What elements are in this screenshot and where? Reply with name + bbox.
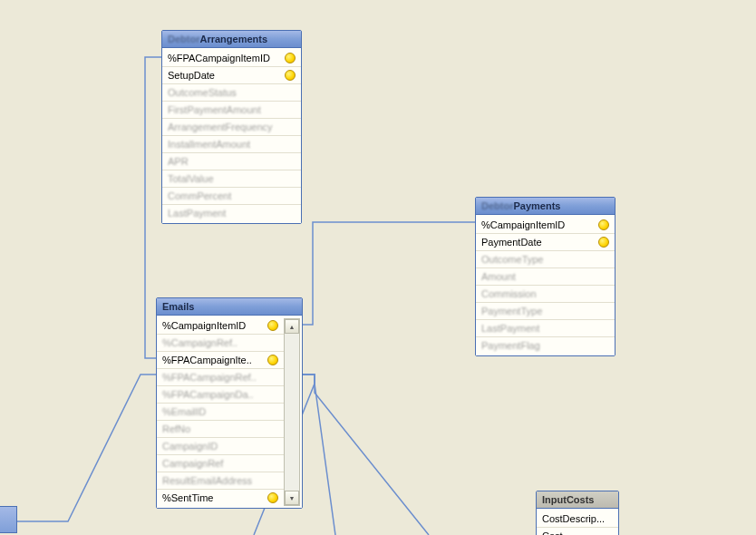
- key-indicator-icon: [267, 320, 278, 331]
- table-arrangements[interactable]: DebtorArrangements %FPACampaignItemIDSet…: [161, 30, 302, 224]
- field-label: APR: [168, 156, 296, 167]
- title-text: InputCosts: [542, 494, 594, 505]
- field-row[interactable]: Commission: [476, 286, 615, 303]
- field-label: RefNo: [162, 423, 278, 434]
- field-row[interactable]: %FPACampaignDa..: [157, 386, 284, 404]
- field-label: ArrangementFrequency: [168, 122, 296, 132]
- connector: [302, 374, 335, 535]
- key-indicator-icon: [285, 70, 296, 81]
- field-label: PaymentType: [481, 306, 609, 316]
- field-label: %FPACampaignRef..: [162, 372, 278, 383]
- field-row[interactable]: ArrangementFrequency: [162, 119, 301, 136]
- field-row[interactable]: %SentTime: [157, 490, 284, 506]
- connector: [302, 374, 429, 535]
- field-row[interactable]: CampaignRef: [157, 455, 284, 472]
- field-row[interactable]: CommPercent: [162, 188, 301, 205]
- field-label: %FPACampaignItemID: [168, 53, 281, 63]
- field-row[interactable]: TotalValue: [162, 170, 301, 188]
- table-emails[interactable]: Emails %CampaignItemID%CampaignRef..%FPA…: [156, 297, 303, 509]
- field-row[interactable]: %CampaignItemID: [157, 317, 284, 335]
- key-indicator-icon: [267, 355, 278, 365]
- field-list: CostDescrip...Cost: [537, 509, 618, 535]
- field-label: CampaignRef: [162, 458, 278, 469]
- field-row[interactable]: Cost: [537, 528, 618, 535]
- field-row[interactable]: %EmailID: [157, 404, 284, 421]
- connector: [16, 374, 156, 521]
- table-title[interactable]: Emails: [157, 298, 302, 316]
- field-row[interactable]: %FPACampaignIte..: [157, 352, 284, 369]
- key-indicator-icon: [598, 237, 609, 248]
- field-row[interactable]: InstallmentAmount: [162, 136, 301, 153]
- field-label: CostDescrip...: [542, 513, 613, 524]
- field-label: LastPayment: [481, 323, 609, 334]
- field-row[interactable]: LastPayment: [162, 205, 301, 221]
- key-indicator-icon: [267, 492, 278, 503]
- field-label: InstallmentAmount: [168, 139, 296, 150]
- key-indicator-icon: [598, 219, 609, 230]
- field-row[interactable]: SetupDate: [162, 67, 301, 84]
- field-row[interactable]: %CampaignRef..: [157, 335, 284, 352]
- field-label: %CampaignRef..: [162, 337, 278, 348]
- field-label: PaymentDate: [481, 237, 595, 248]
- field-label: %FPACampaignDa..: [162, 389, 278, 400]
- field-row[interactable]: ResultEmailAddress: [157, 472, 284, 490]
- table-title[interactable]: InputCosts: [537, 491, 618, 509]
- table-inputcosts[interactable]: InputCosts CostDescrip...Cost: [536, 491, 619, 535]
- field-row[interactable]: LastPayment: [476, 320, 615, 337]
- field-row[interactable]: Amount: [476, 268, 615, 286]
- field-row[interactable]: %FPACampaignItemID: [162, 50, 301, 67]
- table-offscreen-sliver[interactable]: [0, 506, 17, 533]
- field-list: %FPACampaignItemIDSetupDateOutcomeStatus…: [162, 48, 301, 223]
- title-text: Payments: [513, 200, 560, 211]
- field-row[interactable]: OutcomeStatus: [162, 84, 301, 102]
- field-label: %EmailID: [162, 406, 278, 417]
- connector: [302, 222, 475, 325]
- field-row[interactable]: %FPACampaignRef..: [157, 369, 284, 386]
- field-label: %CampaignItemID: [162, 320, 264, 331]
- field-row[interactable]: CampaignID: [157, 438, 284, 455]
- field-row[interactable]: CostDescrip...: [537, 511, 618, 528]
- field-list: %CampaignItemIDPaymentDateOutcomeTypeAmo…: [476, 215, 615, 355]
- field-row[interactable]: PaymentFlag: [476, 337, 615, 354]
- field-list: %CampaignItemID%CampaignRef..%FPACampaig…: [157, 316, 302, 508]
- field-label: CommPercent: [168, 190, 296, 201]
- field-label: CampaignID: [162, 441, 278, 452]
- field-row[interactable]: FirstPaymentAmount: [162, 102, 301, 119]
- field-label: %SentTime: [162, 492, 264, 503]
- field-label: Cost: [542, 530, 613, 535]
- title-prefix: Debtor: [168, 34, 199, 44]
- title-text: Emails: [162, 301, 194, 312]
- field-label: Amount: [481, 271, 609, 282]
- field-label: SetupDate: [168, 70, 281, 81]
- scroll-up-button[interactable]: ▲: [285, 319, 299, 334]
- field-row[interactable]: APR: [162, 153, 301, 170]
- key-indicator-icon: [285, 53, 296, 63]
- field-row[interactable]: PaymentType: [476, 303, 615, 320]
- field-row[interactable]: OutcomeType: [476, 251, 615, 268]
- field-label: LastPayment: [168, 208, 296, 219]
- field-label: FirstPaymentAmount: [168, 104, 296, 115]
- field-label: %FPACampaignIte..: [162, 355, 264, 365]
- scrollbar[interactable]: ▲ ▼: [284, 318, 300, 506]
- field-label: ResultEmailAddress: [162, 475, 278, 486]
- connector-layer: [0, 0, 756, 535]
- scroll-down-button[interactable]: ▼: [285, 491, 299, 505]
- field-label: TotalValue: [168, 173, 296, 184]
- field-label: OutcomeStatus: [168, 87, 296, 98]
- field-label: OutcomeType: [481, 254, 609, 265]
- field-row[interactable]: %CampaignItemID: [476, 217, 615, 234]
- table-title[interactable]: DebtorArrangements: [162, 31, 301, 48]
- title-prefix: Debtor: [481, 200, 513, 211]
- field-label: PaymentFlag: [481, 340, 609, 351]
- table-title[interactable]: DebtorPayments: [476, 198, 615, 215]
- field-row[interactable]: RefNo: [157, 421, 284, 438]
- title-text: Arrangements: [199, 34, 267, 44]
- field-label: %CampaignItemID: [481, 219, 595, 230]
- table-payments[interactable]: DebtorPayments %CampaignItemIDPaymentDat…: [475, 197, 615, 356]
- field-row[interactable]: PaymentDate: [476, 234, 615, 251]
- diagram-canvas[interactable]: DebtorArrangements %FPACampaignItemIDSet…: [0, 0, 756, 535]
- field-label: Commission: [481, 288, 609, 299]
